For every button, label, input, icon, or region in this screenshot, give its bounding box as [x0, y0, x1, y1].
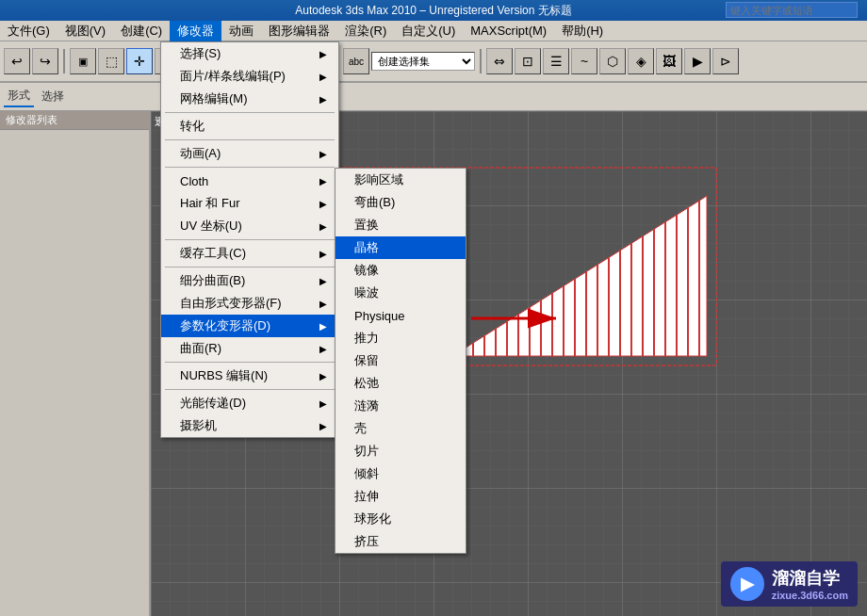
sub-menu-item-affect[interactable]: 影响区域 [335, 169, 466, 191]
layer-btn[interactable]: ☰ [543, 48, 569, 74]
tab-select[interactable]: 选择 [38, 87, 68, 106]
sep1 [63, 49, 65, 73]
main-menu-item-patch[interactable]: 面片/样条线编辑(P)▶ [161, 65, 338, 88]
sub-menu-item-lattice[interactable]: 晶格 [335, 236, 466, 259]
sub-menu-item-push[interactable]: 推力 [335, 327, 466, 349]
menu-label: 保留 [354, 352, 379, 369]
menu-label: 球形化 [354, 511, 391, 527]
sub-menu-item-bend[interactable]: 弯曲(B) [335, 191, 466, 214]
menu-label: 拉伸 [354, 488, 379, 505]
main-menu-item-radiosity[interactable]: 光能传递(D)▶ [161, 392, 338, 414]
menu-separator [165, 139, 335, 140]
menu-item-help[interactable]: 帮助(H) [554, 21, 611, 41]
select-region-btn[interactable]: ⬚ [98, 48, 124, 74]
menu-label: 动画(A) [180, 145, 221, 162]
menu-label: 松弛 [354, 375, 379, 392]
main-menu-item-subdiv[interactable]: 细分曲面(B)▶ [161, 269, 338, 292]
left-panel: 修改器列表 [0, 111, 151, 616]
main-toolbar: ↩ ↪ ▣ ⬚ ✛ ↻ ⤡ 3 ∡ % ⛭ abc 创建选择集 ⇔ ⊡ ☰ ~ … [0, 41, 867, 83]
submenu-arrow-icon: ▶ [319, 49, 327, 59]
menu-label: 切片 [354, 443, 379, 460]
main-menu-item-nurbs[interactable]: NURBS 编辑(N)▶ [161, 365, 338, 387]
render-btn[interactable]: ▶ [684, 48, 711, 74]
main-menu-item-ffdfree[interactable]: 自由形式变形器(F)▶ [161, 292, 338, 315]
sub-dropdown-menu: 影响区域弯曲(B)置换晶格镜像噪波Physique推力保留松弛涟漪壳切片倾斜拉伸… [335, 168, 466, 554]
move-btn[interactable]: ✛ [126, 48, 153, 74]
main-menu-item-convert[interactable]: 转化 [161, 115, 338, 138]
undo-btn[interactable]: ↩ [4, 48, 30, 74]
menu-item-animation[interactable]: 动画 [221, 21, 261, 41]
main-menu-item-surface[interactable]: 曲面(R)▶ [161, 337, 338, 360]
menu-separator [165, 167, 335, 168]
main-menu-item-mesh[interactable]: 网格编辑(M)▶ [161, 88, 338, 110]
render-setup-btn[interactable]: 🖼 [656, 48, 682, 74]
sub-menu-item-spherify[interactable]: 球形化 [335, 508, 466, 530]
sub-menu-item-squeeze[interactable]: 挤压 [335, 530, 466, 553]
menu-label: 自由形式变形器(F) [180, 295, 282, 312]
submenu-arrow-icon: ▶ [319, 276, 327, 286]
menu-label: 噪波 [354, 284, 379, 301]
sub-menu-item-stretch[interactable]: 拉伸 [335, 485, 466, 508]
named-sel-combo[interactable]: 创建选择集 [371, 52, 475, 71]
menu-item-graph[interactable]: 图形编辑器 [261, 21, 337, 41]
menu-label: 镜像 [354, 262, 379, 279]
mirror-btn[interactable]: ⇔ [486, 48, 513, 74]
render-last-btn[interactable]: ⊳ [712, 48, 739, 74]
watermark-sub: zixue.3d66.com [772, 590, 848, 601]
menu-label: 面片/样条线编辑(P) [180, 68, 286, 85]
redo-btn[interactable]: ↪ [32, 48, 58, 74]
menu-item-file[interactable]: 文件(G) [0, 21, 57, 41]
main-menu-item-anim[interactable]: 动画(A)▶ [161, 142, 338, 165]
named-sel-btn[interactable]: abc [343, 48, 369, 74]
app-title: Autodesk 3ds Max 2010 – Unregistered Ver… [295, 3, 571, 18]
sub-menu-item-preserve[interactable]: 保留 [335, 349, 466, 372]
menu-label: 光能传递(D) [180, 395, 246, 412]
sub-menu-item-relax[interactable]: 松弛 [335, 372, 466, 395]
submenu-arrow-icon: ▶ [319, 321, 327, 332]
submenu-arrow-icon: ▶ [319, 149, 327, 159]
sub-menu-item-displace[interactable]: 置换 [335, 214, 466, 236]
main-menu-item-cache[interactable]: 缓存工具(C)▶ [161, 242, 338, 265]
tab-form[interactable]: 形式 [4, 86, 34, 107]
secondary-toolbar: 形式 选择 [0, 83, 867, 111]
material-btn[interactable]: ◈ [628, 48, 654, 74]
watermark-logo: ▶ [730, 567, 764, 601]
menu-label: 置换 [354, 217, 379, 234]
menu-label: 缓存工具(C) [180, 245, 246, 262]
menu-item-maxscript[interactable]: MAXScript(M) [463, 22, 554, 40]
menu-item-modifier[interactable]: 修改器 [170, 21, 221, 41]
main-menu-item-camera[interactable]: 摄影机▶ [161, 414, 338, 437]
submenu-arrow-icon: ▶ [319, 249, 327, 259]
submenu-arrow-icon: ▶ [319, 299, 327, 309]
sub-menu-item-shell[interactable]: 壳 [335, 417, 466, 440]
sub-menu-item-mirror[interactable]: 镜像 [335, 259, 466, 282]
sub-menu-item-ripple[interactable]: 涟漪 [335, 395, 466, 417]
title-search-input[interactable] [726, 2, 858, 18]
menu-separator [165, 112, 335, 113]
menu-item-custom[interactable]: 自定义(U) [394, 21, 463, 41]
submenu-arrow-icon: ▶ [319, 176, 327, 186]
sub-menu-item-physique[interactable]: Physique [335, 304, 466, 327]
main-menu-item-select[interactable]: 选择(S)▶ [161, 42, 338, 65]
menu-label: 挤压 [354, 533, 379, 550]
sub-menu-item-slice[interactable]: 切片 [335, 440, 466, 462]
sep4 [480, 49, 482, 73]
main-menu-item-uv[interactable]: UV 坐标(U)▶ [161, 215, 338, 237]
main-menu-item-hair[interactable]: Hair 和 Fur▶ [161, 192, 338, 215]
submenu-arrow-icon: ▶ [319, 199, 327, 209]
curve-btn[interactable]: ~ [571, 48, 597, 74]
menu-item-view[interactable]: 视图(V) [57, 21, 113, 41]
select-obj-btn[interactable]: ▣ [70, 48, 96, 74]
menu-item-render[interactable]: 渲染(R) [337, 21, 394, 41]
menu-label: 涟漪 [354, 397, 379, 414]
menu-label: 晶格 [354, 239, 379, 256]
menu-label: 选择(S) [180, 45, 221, 62]
title-bar: Autodesk 3ds Max 2010 – Unregistered Ver… [0, 0, 867, 21]
sub-menu-item-skew[interactable]: 倾斜 [335, 462, 466, 485]
main-menu-item-cloth[interactable]: Cloth▶ [161, 170, 338, 192]
align-btn[interactable]: ⊡ [515, 48, 541, 74]
schematic-btn[interactable]: ⬡ [599, 48, 626, 74]
menu-item-create[interactable]: 创建(C) [113, 21, 170, 41]
main-menu-item-param[interactable]: 参数化变形器(D)▶ [161, 315, 338, 337]
sub-menu-item-noise[interactable]: 噪波 [335, 282, 466, 304]
